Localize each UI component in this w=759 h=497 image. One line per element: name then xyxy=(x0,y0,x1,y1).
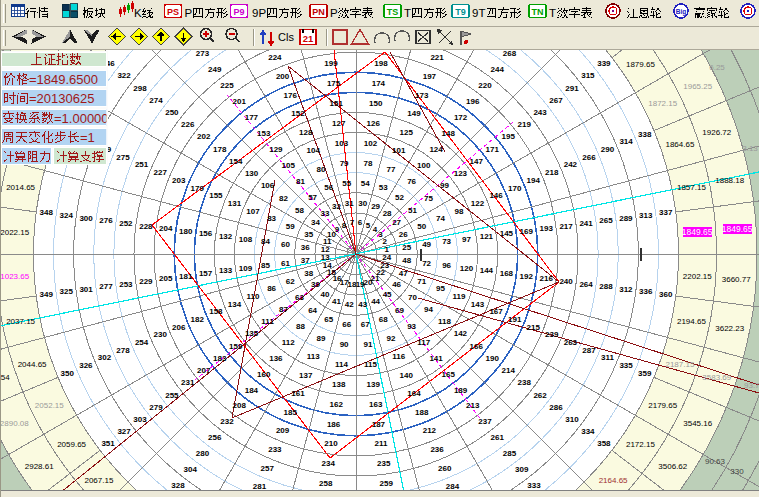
svg-text:313: 313 xyxy=(639,211,653,220)
svg-text:259: 259 xyxy=(380,479,394,488)
svg-text:314: 314 xyxy=(619,137,633,146)
svg-text:9P: 9P xyxy=(252,7,266,19)
svg-text:338: 338 xyxy=(638,130,652,139)
svg-text:2067.15: 2067.15 xyxy=(84,476,113,485)
svg-text:128: 128 xyxy=(299,128,313,137)
svg-text:336: 336 xyxy=(639,287,653,296)
svg-text:100: 100 xyxy=(417,161,431,170)
svg-text:333: 333 xyxy=(527,481,541,490)
svg-text:3506.62: 3506.62 xyxy=(658,462,687,471)
svg-text:183: 183 xyxy=(213,354,227,363)
svg-text:21: 21 xyxy=(303,33,314,44)
svg-text:240: 240 xyxy=(559,277,573,286)
svg-text:168: 168 xyxy=(500,269,514,278)
svg-text:190: 190 xyxy=(486,354,500,363)
svg-text:26: 26 xyxy=(399,230,408,239)
svg-text:170: 170 xyxy=(508,184,522,193)
svg-text:208: 208 xyxy=(233,401,247,410)
svg-text:178: 178 xyxy=(213,145,227,154)
svg-text:327: 327 xyxy=(117,427,131,436)
svg-text:330: 330 xyxy=(730,467,744,476)
svg-text:34: 34 xyxy=(311,218,320,227)
svg-text:68: 68 xyxy=(379,315,388,324)
svg-text:358: 358 xyxy=(597,439,611,448)
svg-text:58: 58 xyxy=(295,206,304,215)
svg-text:254: 254 xyxy=(135,338,149,347)
svg-text:182: 182 xyxy=(191,315,205,324)
svg-text:72: 72 xyxy=(422,259,431,268)
svg-text:P: P xyxy=(185,7,193,19)
svg-text:2890.08: 2890.08 xyxy=(0,419,29,428)
svg-text:86: 86 xyxy=(267,284,276,293)
svg-text:285: 285 xyxy=(503,449,517,458)
svg-text:230: 230 xyxy=(154,330,168,339)
svg-text:284: 284 xyxy=(446,482,460,491)
svg-text:51: 51 xyxy=(408,206,417,215)
svg-text:207: 207 xyxy=(197,366,211,375)
svg-text:70: 70 xyxy=(408,293,417,302)
svg-text:213: 213 xyxy=(466,401,480,410)
svg-text:47: 47 xyxy=(399,269,408,278)
svg-text:172: 172 xyxy=(454,113,468,122)
svg-text:274: 274 xyxy=(149,96,163,105)
svg-text:117: 117 xyxy=(417,338,430,347)
svg-text:202: 202 xyxy=(197,132,211,141)
svg-text:152: 152 xyxy=(291,109,305,118)
svg-text:360: 360 xyxy=(659,290,673,299)
svg-text:149: 149 xyxy=(407,109,421,118)
svg-text:142: 142 xyxy=(454,329,468,338)
svg-text:212: 212 xyxy=(423,426,437,435)
svg-text:262: 262 xyxy=(533,391,547,400)
svg-text:337: 337 xyxy=(659,208,673,217)
svg-text:94: 94 xyxy=(424,305,433,314)
svg-text:121: 121 xyxy=(480,232,494,241)
svg-text:204: 204 xyxy=(159,224,173,233)
svg-text:218: 218 xyxy=(545,168,559,177)
svg-text:155: 155 xyxy=(209,191,223,200)
svg-text:179: 179 xyxy=(191,184,205,193)
svg-text:1879.65: 1879.65 xyxy=(626,60,655,69)
svg-text:288: 288 xyxy=(599,282,613,291)
svg-text:=1849.6500: =1849.6500 xyxy=(29,72,98,87)
svg-text:74: 74 xyxy=(436,214,445,223)
svg-text:141: 141 xyxy=(429,354,443,363)
svg-text:136: 136 xyxy=(269,354,283,363)
svg-text:244: 244 xyxy=(491,65,505,74)
svg-text:43: 43 xyxy=(358,300,367,309)
svg-text:145: 145 xyxy=(500,229,514,238)
svg-text:273: 273 xyxy=(196,49,210,58)
svg-text:48: 48 xyxy=(402,256,411,265)
svg-text:127: 127 xyxy=(332,119,346,128)
svg-text:63: 63 xyxy=(295,293,304,302)
svg-text:251: 251 xyxy=(135,160,149,169)
svg-text:108: 108 xyxy=(239,235,253,244)
svg-text:Cls: Cls xyxy=(278,31,294,43)
svg-text:2059.65: 2059.65 xyxy=(57,440,86,449)
svg-text:335: 335 xyxy=(619,361,633,370)
svg-text:243: 243 xyxy=(533,108,547,117)
svg-text:224: 224 xyxy=(268,53,282,62)
svg-text:278: 278 xyxy=(116,346,130,355)
svg-text:3622.23: 3622.23 xyxy=(715,324,744,333)
svg-text:2022.15: 2022.15 xyxy=(0,228,29,237)
svg-text:1965.25: 1965.25 xyxy=(683,82,712,91)
svg-text:3.13: 3.13 xyxy=(742,144,758,153)
svg-text:TN: TN xyxy=(532,7,544,17)
svg-text:138: 138 xyxy=(332,380,346,389)
svg-text:42: 42 xyxy=(345,300,354,309)
svg-text:275: 275 xyxy=(116,153,130,162)
svg-text:249: 249 xyxy=(208,65,222,74)
svg-text:180: 180 xyxy=(179,227,193,236)
svg-text:195: 195 xyxy=(502,132,516,141)
svg-text:57: 57 xyxy=(308,193,317,202)
svg-text:324: 324 xyxy=(60,211,74,220)
svg-text:191: 191 xyxy=(508,315,522,324)
svg-text:101: 101 xyxy=(392,146,406,155)
svg-text:126: 126 xyxy=(367,119,381,128)
svg-text:30: 30 xyxy=(358,199,367,208)
svg-text:238: 238 xyxy=(518,378,532,387)
svg-text:3660.77: 3660.77 xyxy=(722,275,751,284)
svg-text:163: 163 xyxy=(369,400,383,409)
svg-text:55: 55 xyxy=(342,179,351,188)
svg-text:99: 99 xyxy=(440,181,449,190)
